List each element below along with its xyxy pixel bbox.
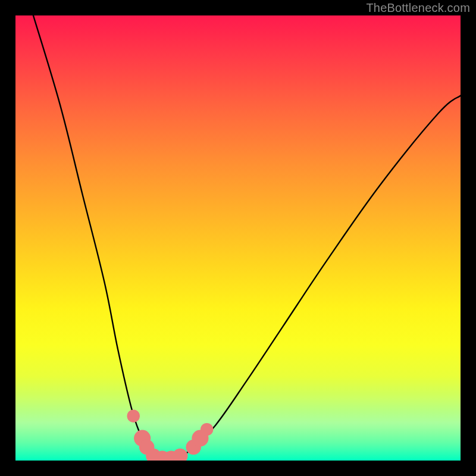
bottleneck-curve — [33, 15, 461, 461]
watermark-text: TheBottleneck.com — [366, 1, 470, 15]
curve-left-branch — [33, 15, 167, 461]
chart-frame: TheBottleneck.com — [0, 0, 476, 476]
marker-point — [201, 423, 213, 436]
marker-point — [127, 409, 139, 422]
curve-layer — [15, 15, 461, 461]
curve-right-branch — [167, 96, 461, 461]
marker-point — [173, 449, 188, 461]
marker-group — [127, 409, 213, 461]
plot-area — [15, 15, 461, 461]
